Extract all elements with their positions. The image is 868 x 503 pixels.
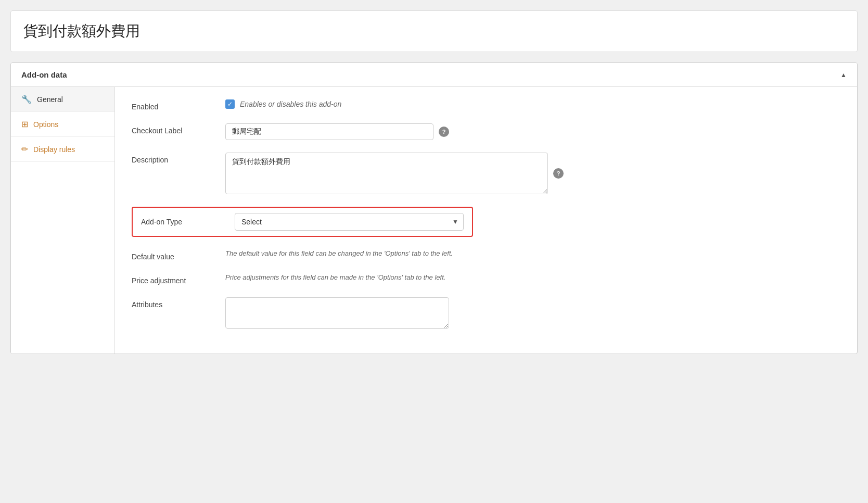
attributes-field (225, 297, 840, 329)
collapse-icon[interactable]: ▲ (840, 71, 847, 79)
pencil-icon: ✏ (21, 144, 28, 154)
default-value-label: Default value (132, 249, 215, 261)
sidebar-item-options-label: Options (33, 120, 58, 129)
addon-type-highlighted-wrapper: Add-on Type Select ▼ (132, 207, 473, 237)
checkout-label-help-icon[interactable]: ? (439, 127, 449, 137)
checkout-label-field: ? (225, 123, 840, 140)
addon-type-label: Add-on Type (141, 218, 224, 226)
enabled-description: Enables or disables this add-on (240, 100, 341, 108)
wrench-icon: 🔧 (21, 94, 32, 104)
addon-type-select[interactable]: Select (235, 213, 464, 231)
description-label: Description (132, 153, 215, 164)
enabled-label: Enabled (132, 99, 215, 111)
addon-type-row: Add-on Type Select ▼ (132, 207, 840, 237)
checkout-label-row: Checkout Label ? (132, 123, 840, 140)
sidebar-item-display-rules-label: Display rules (33, 145, 75, 154)
addon-card-header-title: Add-on data (21, 70, 67, 79)
default-value-hint: The default value for this field can be … (225, 249, 453, 257)
attributes-label: Attributes (132, 297, 215, 309)
price-adjustment-row: Price adjustment Price adjustments for t… (132, 273, 840, 285)
enabled-row: Enabled ✓ Enables or disables this add-o… (132, 99, 840, 111)
addon-card-body: 🔧 General ⊞ Options ✏ Display rules Enab… (11, 87, 857, 354)
price-adjustment-label: Price adjustment (132, 273, 215, 285)
checkout-label-label: Checkout Label (132, 123, 215, 135)
addon-card: Add-on data ▲ 🔧 General ⊞ Options ✏ Disp… (10, 62, 858, 354)
checkbox-wrapper[interactable]: ✓ (225, 99, 235, 109)
sidebar-item-general-label: General (37, 95, 63, 104)
addon-type-select-container: Select ▼ (235, 213, 464, 231)
page-title-bar: 貨到付款額外費用 (10, 10, 858, 52)
sidebar-item-display-rules[interactable]: ✏ Display rules (11, 137, 114, 162)
sidebar-item-options[interactable]: ⊞ Options (11, 112, 114, 137)
sidebar: 🔧 General ⊞ Options ✏ Display rules (11, 87, 115, 354)
attributes-row: Attributes (132, 297, 840, 329)
grid-icon: ⊞ (21, 119, 28, 129)
sidebar-item-general[interactable]: 🔧 General (11, 87, 114, 112)
addon-card-header: Add-on data ▲ (11, 63, 857, 87)
attributes-textarea[interactable] (225, 297, 449, 329)
checkout-label-input[interactable] (225, 123, 433, 140)
page-title: 貨到付款額外費用 (23, 21, 845, 41)
description-help-icon[interactable]: ? (553, 168, 564, 179)
default-value-row: Default value The default value for this… (132, 249, 840, 261)
default-value-field: The default value for this field can be … (225, 249, 840, 257)
main-content: Enabled ✓ Enables or disables this add-o… (115, 87, 857, 354)
price-adjustment-field: Price adjustments for this field can be … (225, 273, 840, 281)
enabled-field: ✓ Enables or disables this add-on (225, 99, 840, 109)
checkbox-checked-icon[interactable]: ✓ (225, 99, 235, 109)
description-field: 貨到付款額外費用 ? (225, 153, 840, 194)
description-row: Description 貨到付款額外費用 ? (132, 153, 840, 194)
description-textarea[interactable]: 貨到付款額外費用 (225, 153, 548, 194)
price-adjustment-hint: Price adjustments for this field can be … (225, 273, 445, 281)
